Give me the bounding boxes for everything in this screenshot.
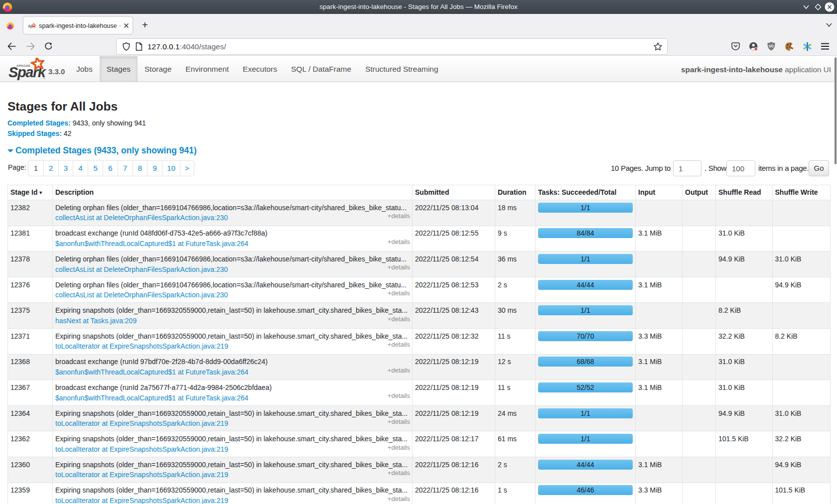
svg-text:UO: UO: [769, 44, 774, 48]
svg-text:™: ™: [43, 77, 45, 80]
